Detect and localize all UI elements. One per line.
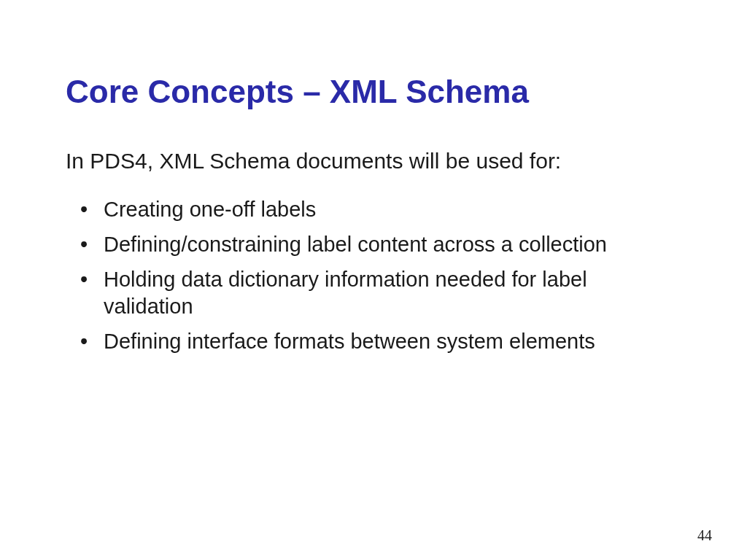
list-item: Creating one-off labels (80, 196, 681, 224)
page-number: 44 (697, 527, 712, 544)
list-item: Defining/constraining label content acro… (80, 231, 681, 259)
slide-container: Core Concepts – XML Schema In PDS4, XML … (0, 0, 747, 560)
slide-title: Core Concepts – XML Schema (66, 73, 681, 112)
list-item: Holding data dictionary information need… (80, 266, 681, 321)
intro-text: In PDS4, XML Schema documents will be us… (66, 147, 681, 176)
bullet-list: Creating one-off labels Defining/constra… (66, 196, 681, 355)
list-item: Defining interface formats between syste… (80, 328, 681, 356)
